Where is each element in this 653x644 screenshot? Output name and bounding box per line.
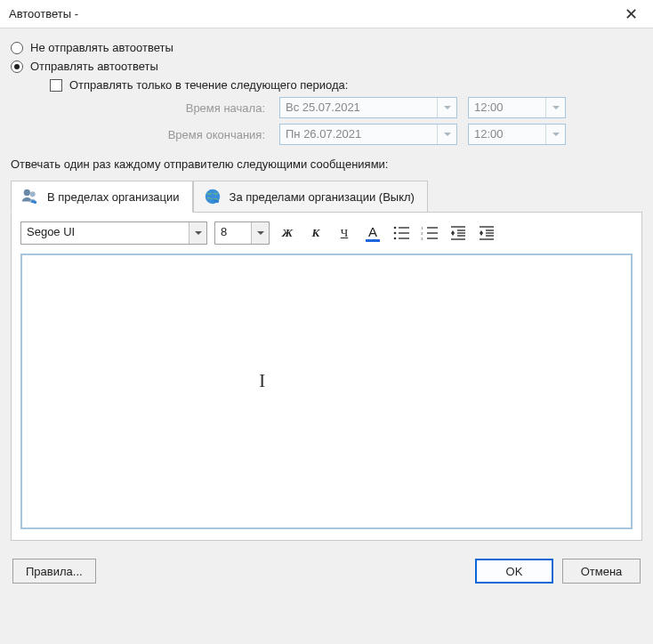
titlebar: Автоответы - ✕ [0, 0, 653, 28]
editor-panel: Segoe UI 8 Ж К Ч А [11, 213, 642, 541]
bulleted-list-icon[interactable] [391, 222, 412, 244]
end-date-combo[interactable]: Пн 26.07.2021 [279, 124, 457, 145]
tab-inside-label: В пределах организации [47, 190, 180, 204]
period-checkbox-label: Отправлять только в течение следующего п… [69, 78, 348, 92]
editor-toolbar: Segoe UI 8 Ж К Ч А [20, 221, 633, 245]
chevron-down-icon[interactable] [545, 125, 565, 144]
start-time-value: 12:00 [469, 98, 545, 117]
font-family-combo[interactable]: Segoe UI [20, 221, 207, 245]
tab-outside-label: За пределами организации (Выкл) [230, 190, 415, 204]
reply-section-label: Отвечать один раз каждому отправителю сл… [11, 157, 642, 171]
footer-spacer [105, 559, 466, 584]
window-title: Автоответы - [9, 7, 617, 20]
dialog-content: Не отправлять автоответы Отправлять авто… [0, 28, 653, 592]
font-color-letter: А [368, 225, 377, 238]
start-date-value: Вс 25.07.2021 [280, 98, 437, 117]
font-family-value: Segoe UI [21, 222, 189, 244]
chevron-down-icon[interactable] [437, 98, 456, 117]
dialog-footer: Правила... OK Отмена [11, 559, 642, 584]
svg-marker-23 [451, 233, 455, 236]
start-time-combo[interactable]: 12:00 [468, 97, 566, 118]
chevron-down-icon[interactable] [545, 98, 565, 117]
svg-marker-29 [480, 230, 483, 233]
radio-send-label: Отправлять автоответы [30, 60, 158, 73]
svg-point-5 [30, 191, 36, 197]
svg-marker-2 [444, 133, 451, 136]
font-size-value: 8 [215, 222, 251, 244]
tab-outside-org[interactable]: За пределами организации (Выкл) [193, 181, 428, 213]
italic-button[interactable]: К [305, 222, 326, 244]
font-color-button[interactable]: А [362, 222, 383, 244]
people-icon [20, 187, 40, 206]
svg-point-11 [394, 232, 397, 235]
ok-button[interactable]: OK [475, 559, 553, 584]
message-editor[interactable]: I [20, 254, 633, 529]
radio-dont-send-row[interactable]: Не отправлять автоответы [11, 41, 642, 54]
end-time-combo[interactable]: 12:00 [468, 124, 566, 145]
chevron-down-icon[interactable] [437, 125, 456, 144]
rules-button[interactable]: Правила... [12, 559, 96, 584]
radio-dont-send-label: Не отправлять автоответы [30, 41, 173, 54]
radio-icon[interactable] [11, 60, 23, 73]
globe-icon [203, 187, 222, 206]
end-date-value: Пн 26.07.2021 [280, 125, 437, 144]
underline-button[interactable]: Ч [334, 222, 355, 244]
svg-marker-3 [552, 133, 560, 136]
svg-point-9 [394, 227, 397, 229]
font-size-combo[interactable]: 8 [214, 221, 270, 245]
tab-inside-org[interactable]: В пределах организации [11, 181, 193, 213]
period-checkbox-row[interactable]: Отправлять только в течение следующего п… [50, 78, 642, 92]
svg-point-13 [394, 237, 397, 240]
start-time-label: Время начала: [91, 101, 269, 115]
chevron-down-icon[interactable] [251, 222, 269, 244]
checkbox-icon[interactable] [50, 79, 62, 92]
cancel-button[interactable]: Отмена [562, 559, 641, 584]
font-color-bar [366, 239, 380, 242]
tabs: В пределах организации За пределами орга… [11, 180, 642, 213]
end-time-label: Время окончания: [91, 128, 269, 141]
svg-marker-22 [451, 230, 455, 233]
svg-marker-7 [195, 231, 202, 235]
start-date-combo[interactable]: Вс 25.07.2021 [279, 97, 457, 118]
outdent-icon[interactable] [447, 222, 469, 244]
svg-text:3: 3 [421, 237, 423, 241]
period-grid: Время начала: Вс 25.07.2021 12:00 Время … [91, 97, 642, 145]
svg-text:1: 1 [421, 226, 423, 230]
svg-marker-8 [257, 231, 264, 235]
svg-marker-1 [552, 106, 560, 109]
text-cursor-icon: I [259, 369, 265, 392]
svg-text:2: 2 [421, 231, 423, 236]
svg-marker-0 [444, 106, 451, 109]
close-icon[interactable]: ✕ [617, 4, 644, 24]
numbered-list-icon[interactable]: 1 2 3 [419, 222, 440, 244]
indent-icon[interactable] [476, 222, 497, 244]
end-time-value: 12:00 [469, 125, 545, 144]
svg-point-4 [24, 189, 30, 196]
svg-marker-30 [480, 233, 483, 236]
radio-send-row[interactable]: Отправлять автоответы [11, 60, 642, 73]
radio-icon[interactable] [11, 42, 23, 54]
chevron-down-icon[interactable] [189, 222, 206, 244]
bold-button[interactable]: Ж [277, 222, 298, 244]
